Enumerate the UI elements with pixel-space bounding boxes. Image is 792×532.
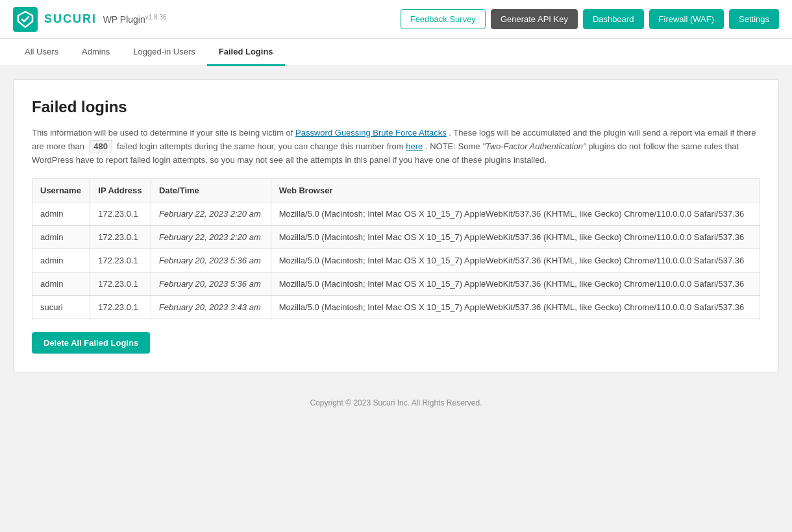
failed-logins-card: Failed logins This information will be u… xyxy=(13,79,779,372)
cell-browser: Mozilla/5.0 (Macintosh; Intel Mac OS X 1… xyxy=(271,226,760,249)
dashboard-button[interactable]: Dashboard xyxy=(583,9,644,29)
col-datetime: Date/Time xyxy=(151,179,271,202)
table-body: admin172.23.0.1February 22, 2023 2:20 am… xyxy=(32,202,760,319)
cell-browser: Mozilla/5.0 (Macintosh; Intel Mac OS X 1… xyxy=(271,272,760,296)
tab-all-users[interactable]: All Users xyxy=(13,39,70,66)
generate-api-key-button[interactable]: Generate API Key xyxy=(491,9,578,29)
nav-buttons: Feedback Survey Generate API Key Dashboa… xyxy=(401,9,779,29)
cell-datetime: February 20, 2023 5:36 am xyxy=(151,249,271,272)
tab-failed-logins[interactable]: Failed Logins xyxy=(207,39,285,66)
delete-all-failed-logins-button[interactable]: Delete All Failed Logins xyxy=(32,332,150,354)
sucuri-logo-icon xyxy=(13,7,38,32)
cell-ip: 172.23.0.1 xyxy=(90,202,151,226)
col-username: Username xyxy=(32,179,90,202)
copyright-text: Copyright © 2023 Sucuri Inc. All Rights … xyxy=(310,398,482,407)
col-ip-address: IP Address xyxy=(90,179,151,202)
desc-part4: . NOTE: Some xyxy=(425,141,480,151)
tabs-bar: All Users Admins Logged-in Users Failed … xyxy=(0,39,792,66)
logo-brand: SUCURI xyxy=(44,12,97,25)
cell-username: admin xyxy=(32,272,90,296)
col-browser: Web Browser xyxy=(271,179,760,202)
cell-username: sucuri xyxy=(32,296,90,319)
feedback-survey-button[interactable]: Feedback Survey xyxy=(401,9,486,29)
cell-username: admin xyxy=(32,249,90,272)
here-link[interactable]: here xyxy=(406,141,423,151)
header: SUCURI WP Pluginv1.8.36 Feedback Survey … xyxy=(0,0,792,39)
cell-browser: Mozilla/5.0 (Macintosh; Intel Mac OS X 1… xyxy=(271,202,760,226)
failed-login-threshold: 480 xyxy=(89,140,112,152)
failed-logins-table: Username IP Address Date/Time Web Browse… xyxy=(32,178,760,319)
cell-ip: 172.23.0.1 xyxy=(90,226,151,249)
description-text: This information will be used to determi… xyxy=(32,127,760,167)
cell-username: admin xyxy=(32,202,90,226)
footer: Copyright © 2023 Sucuri Inc. All Rights … xyxy=(0,385,792,420)
cell-browser: Mozilla/5.0 (Macintosh; Intel Mac OS X 1… xyxy=(271,249,760,272)
cell-datetime: February 22, 2023 2:20 am xyxy=(151,202,271,226)
cell-ip: 172.23.0.1 xyxy=(90,249,151,272)
table-row: sucuri172.23.0.1February 20, 2023 3:43 a… xyxy=(32,296,760,319)
two-factor-auth-text: "Two-Factor Authentication" xyxy=(482,141,586,151)
table-row: admin172.23.0.1February 20, 2023 5:36 am… xyxy=(32,272,760,296)
tab-logged-in-users[interactable]: Logged-in Users xyxy=(121,39,206,66)
logo-text-group: SUCURI WP Pluginv1.8.36 xyxy=(44,12,167,26)
logo-product: WP Plugin xyxy=(103,14,145,25)
tab-admins[interactable]: Admins xyxy=(70,39,121,66)
cell-datetime: February 20, 2023 3:43 am xyxy=(151,296,271,319)
cell-datetime: February 22, 2023 2:20 am xyxy=(151,226,271,249)
cell-ip: 172.23.0.1 xyxy=(90,272,151,296)
cell-datetime: February 20, 2023 5:36 am xyxy=(151,272,271,296)
table-header-row: Username IP Address Date/Time Web Browse… xyxy=(32,179,760,202)
cell-ip: 172.23.0.1 xyxy=(90,296,151,319)
table-row: admin172.23.0.1February 22, 2023 2:20 am… xyxy=(32,202,760,226)
logo-area: SUCURI WP Pluginv1.8.36 xyxy=(13,7,167,32)
firewall-waf-button[interactable]: Firewall (WAF) xyxy=(649,9,724,29)
page-title: Failed logins xyxy=(32,98,760,116)
table-row: admin172.23.0.1February 22, 2023 2:20 am… xyxy=(32,226,760,249)
desc-part3: failed login attempts during the same ho… xyxy=(117,141,404,151)
settings-button[interactable]: Settings xyxy=(729,9,779,29)
cell-browser: Mozilla/5.0 (Macintosh; Intel Mac OS X 1… xyxy=(271,296,760,319)
cell-username: admin xyxy=(32,226,90,249)
logo-version: v1.8.36 xyxy=(145,14,167,21)
main-content: Failed logins This information will be u… xyxy=(0,66,792,385)
desc-part1: This information will be used to determi… xyxy=(32,128,293,138)
brute-force-link[interactable]: Password Guessing Brute Force Attacks xyxy=(295,128,447,138)
table-row: admin172.23.0.1February 20, 2023 5:36 am… xyxy=(32,249,760,272)
